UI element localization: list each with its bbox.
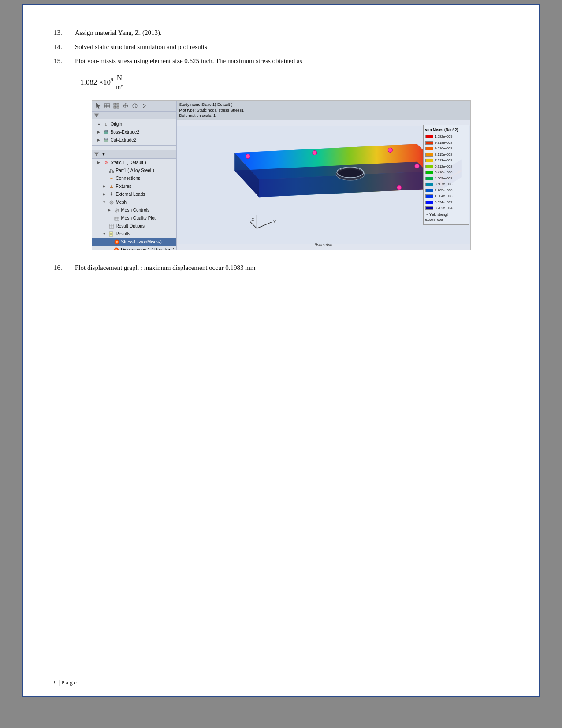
svg-point-48 bbox=[339, 169, 361, 177]
result-options-icon bbox=[108, 223, 115, 229]
svg-point-17 bbox=[112, 171, 114, 173]
list-item-13: 13. Assign material Yang, Z. (2013). bbox=[54, 27, 508, 38]
mesh-arrow: ▼ bbox=[103, 200, 107, 205]
mesh-quality-icon bbox=[114, 215, 120, 221]
grid-icon[interactable] bbox=[112, 102, 120, 110]
tree-item-connections[interactable]: Connections bbox=[92, 175, 176, 183]
legend-row-8: 3.607e+008 bbox=[425, 182, 467, 187]
legend-color-8 bbox=[425, 183, 433, 186]
list-item-14: 14. Solved static structural simulation … bbox=[54, 41, 508, 52]
item-13-number: 13. bbox=[54, 27, 75, 38]
legend-val-10: 1.804e+008 bbox=[435, 194, 453, 199]
boss-icon bbox=[103, 129, 109, 135]
legend-color-11 bbox=[425, 201, 433, 204]
legend-row-5: 6.312e+008 bbox=[425, 164, 467, 169]
filter-row bbox=[92, 112, 176, 119]
static1-icon: ⚙ bbox=[103, 160, 109, 166]
chevron-right-icon[interactable] bbox=[140, 102, 148, 110]
boss-arrow: ▶ bbox=[97, 130, 102, 135]
svg-rect-6 bbox=[114, 106, 116, 108]
tree-item-cut-extrude2[interactable]: ▶ Cut-Extrude2 bbox=[92, 136, 176, 144]
tree-item-displacement1[interactable]: S Displacement1 (-Res disp-) bbox=[92, 246, 176, 250]
tree-item-external-loads[interactable]: ▶ External Loads bbox=[92, 190, 176, 198]
right-panel: Study name:Static 1(-Default-) Plot type… bbox=[177, 101, 470, 250]
legend-row-1: 9.918e+008 bbox=[425, 140, 467, 146]
tree-item-mesh-quality-plot[interactable]: Mesh Quality Plot bbox=[92, 214, 176, 222]
plot-type-line: Plot type: Static nodal stress Stress1 bbox=[179, 108, 468, 113]
legend-row-2: 9.016e+008 bbox=[425, 146, 467, 151]
list-item-16: 16. Plot displacement graph : maximum di… bbox=[54, 262, 508, 273]
legend-row-10: 1.804e+008 bbox=[425, 194, 467, 199]
item-15-number: 15. bbox=[54, 56, 75, 66]
svg-rect-24 bbox=[109, 224, 114, 228]
legend-row-11: 9.024e+007 bbox=[425, 200, 467, 205]
svg-rect-13 bbox=[105, 130, 108, 132]
tree-item-part1[interactable]: Part1 (-Alloy Steel-) bbox=[92, 167, 176, 175]
legend-val-6: 5.410e+008 bbox=[435, 170, 453, 175]
cut-icon bbox=[103, 137, 109, 143]
footer-divider bbox=[54, 678, 508, 678]
filter-label: ▼ bbox=[102, 151, 106, 157]
legend-color-6 bbox=[425, 171, 433, 174]
crosshair-icon[interactable] bbox=[122, 102, 130, 110]
part1-label: Part1 (-Alloy Steel-) bbox=[116, 167, 154, 174]
legend-color-5 bbox=[425, 165, 433, 168]
fixtures-icon bbox=[108, 183, 115, 190]
tree-item-results[interactable]: ▼ Results bbox=[92, 230, 176, 238]
formula-numerator: N bbox=[116, 74, 123, 83]
svg-point-16 bbox=[109, 171, 111, 173]
legend-row-9: 2.705e+008 bbox=[425, 188, 467, 193]
legend-color-7 bbox=[425, 177, 433, 180]
formula-denominator: m² bbox=[115, 83, 123, 90]
svg-point-49 bbox=[246, 154, 250, 158]
circle-arrow-icon[interactable] bbox=[131, 102, 139, 110]
list-item-15: 15. Plot von-missis stress using element… bbox=[54, 56, 508, 66]
legend-title: von Mises (N/m^2) bbox=[425, 127, 467, 133]
legend-val-11: 9.024e+007 bbox=[435, 200, 453, 205]
study-info-strip: Study name:Static 1(-Default-) Plot type… bbox=[177, 101, 470, 120]
svg-point-52 bbox=[414, 164, 419, 168]
formula-exponent: 9 bbox=[111, 76, 113, 82]
legend-row-12: 8.202e+004 bbox=[425, 205, 467, 211]
cursor-icon[interactable] bbox=[94, 102, 102, 110]
mesh-icon bbox=[108, 199, 115, 205]
tree-item-result-options[interactable]: Result Options bbox=[92, 222, 176, 230]
legend-row-7: 4.509e+008 bbox=[425, 176, 467, 181]
legend-val-7: 4.509e+008 bbox=[435, 176, 453, 181]
tree-item-boss-extrude2[interactable]: ▶ Boss-Extrude2 bbox=[92, 128, 176, 136]
visualization-area: Y Z von Mises (N/m^2) 1.082e+009 bbox=[177, 120, 470, 250]
svg-text:Z: Z bbox=[251, 217, 254, 222]
deformation-line: Deformation scale: 1 bbox=[179, 113, 468, 119]
table-icon[interactable] bbox=[103, 102, 111, 110]
tree-item-origin[interactable]: ▲ L Origin bbox=[92, 120, 176, 128]
formula-block: 1.082 ×109 N m² bbox=[80, 74, 508, 90]
svg-rect-15 bbox=[105, 138, 108, 140]
page: 13. Assign material Yang, Z. (2013). 14.… bbox=[22, 4, 540, 697]
result-options-label: Result Options bbox=[116, 223, 145, 230]
formula-coefficient: 1.082 bbox=[80, 78, 97, 86]
connections-label: Connections bbox=[116, 175, 141, 182]
legend-val-12: 8.202e+004 bbox=[435, 205, 453, 211]
tree-item-mesh-controls[interactable]: ▶ Mesh Controls bbox=[92, 206, 176, 214]
mesh-quality-plot-label: Mesh Quality Plot bbox=[121, 215, 156, 222]
simulation-screenshot: ▲ L Origin ▶ Boss-Extrude2 ▶ bbox=[92, 100, 471, 250]
origin-icon: L bbox=[103, 121, 109, 127]
part1-icon bbox=[108, 168, 115, 174]
legend-row-6: 5.410e+008 bbox=[425, 170, 467, 175]
item-13-text: Assign material Yang, Z. (2013). bbox=[75, 27, 162, 38]
toolbar-row-1 bbox=[92, 101, 176, 112]
tree-item-fixtures[interactable]: ▶ Fixtures bbox=[92, 183, 176, 190]
legend-val-4: 7.213e+008 bbox=[435, 158, 453, 163]
tree-area: ▲ L Origin ▶ Boss-Extrude2 ▶ bbox=[92, 119, 176, 250]
fixtures-arrow: ▶ bbox=[103, 184, 107, 190]
tree-item-stress1[interactable]: S Stress1 (-vonMises-) bbox=[92, 238, 176, 246]
footer-separator: | bbox=[59, 679, 60, 686]
yield-note: → Yield strength: 6.204e+008 bbox=[425, 212, 467, 223]
legend-val-5: 6.312e+008 bbox=[435, 164, 453, 169]
tree-item-mesh[interactable]: ▼ Mesh bbox=[92, 198, 176, 206]
isometric-label: *Isometric bbox=[314, 242, 332, 248]
tree-item-static1[interactable]: ▶ ⚙ Static 1 (-Default-) bbox=[92, 159, 176, 167]
legend-color-1 bbox=[425, 141, 433, 145]
origin-label: Origin bbox=[111, 121, 123, 128]
stress1-icon: S bbox=[114, 239, 120, 245]
